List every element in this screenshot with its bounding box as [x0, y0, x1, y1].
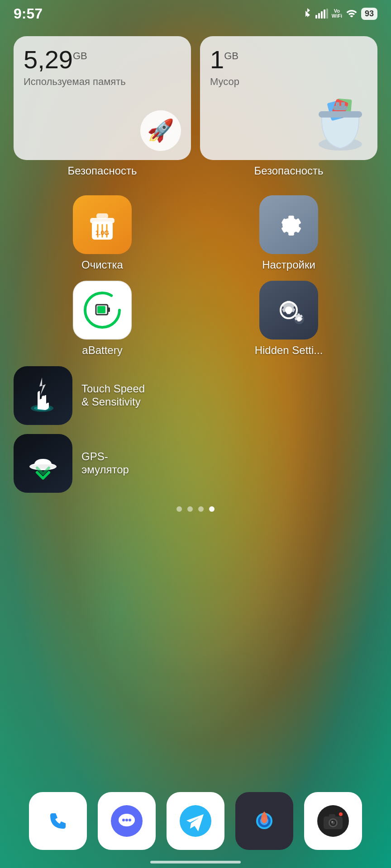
abattery-icon-svg: [80, 288, 125, 333]
home-indicator[interactable]: [150, 861, 241, 863]
dock-messages[interactable]: [98, 792, 156, 850]
abattery-icon: [73, 281, 132, 340]
status-time: 9:57: [14, 5, 43, 22]
cleaner-icon-svg: 1.0G: [82, 204, 123, 245]
svg-rect-4: [319, 111, 362, 118]
page-dot-2[interactable]: [187, 506, 193, 512]
rocket-icon: 🚀: [140, 110, 181, 151]
page-dot-3[interactable]: [198, 506, 204, 512]
widget-memory-label: Используемая память: [24, 76, 181, 88]
bluetooth-icon: [303, 7, 312, 20]
widget-memory-icon-area: 🚀: [24, 92, 181, 151]
svg-rect-18: [97, 306, 105, 313]
svg-point-27: [42, 805, 74, 837]
dock-telegram[interactable]: [167, 792, 224, 850]
app-gps-emulator[interactable]: GPS-эмулятор: [14, 434, 154, 493]
svg-point-31: [125, 819, 128, 821]
messages-icon: [98, 792, 156, 850]
touch-speed-icon-svg: [20, 373, 66, 418]
cleaner-icon: 1.0G: [73, 195, 132, 254]
svg-rect-5: [333, 106, 348, 110]
battery-level: 93: [365, 9, 374, 19]
memory-app-label: Безопасность: [67, 165, 137, 177]
widget-labels-row: Безопасность Безопасность: [14, 165, 377, 177]
dock-firefox[interactable]: [235, 792, 293, 850]
trash-widget[interactable]: 1GB Мусор: [200, 36, 377, 160]
trash-can-icon: [313, 92, 367, 151]
page-dots: [14, 506, 377, 512]
touch-speed-icon: [14, 366, 72, 425]
widget-trash-icon-area: [210, 92, 367, 151]
svg-rect-43: [329, 814, 335, 817]
app-abattery[interactable]: aBattery: [14, 281, 191, 357]
hidden-settings-icon: [259, 281, 318, 340]
battery-indicator: 93: [361, 8, 377, 20]
svg-point-26: [29, 464, 57, 469]
touch-speed-label: Touch Speed& Sensitivity: [81, 382, 145, 409]
widget-memory-value: 5,29GB Используемая память: [24, 47, 181, 88]
svg-point-30: [122, 819, 125, 821]
widget-trash-value: 1GB Мусор: [210, 47, 367, 88]
home-content: 5,29GB Используемая память 🚀 1GB Мусор: [0, 27, 391, 868]
apps-grid: 1.0G Очистка Настройки: [14, 195, 377, 357]
svg-rect-17: [108, 307, 110, 312]
hidden-settings-label: Hidden Setti...: [255, 344, 323, 357]
svg-text:1.0G: 1.0G: [95, 229, 109, 236]
page-dot-4[interactable]: [209, 506, 215, 512]
svg-point-44: [331, 821, 333, 823]
memory-widget-label: Безопасность: [14, 165, 191, 177]
wifi-icon: [346, 8, 358, 19]
settings-gear-icon: [271, 207, 307, 243]
firefox-icon: [235, 792, 293, 850]
svg-point-42: [339, 812, 343, 816]
single-apps-col: Touch Speed& Sensitivity GPS-эмулятор: [14, 366, 377, 493]
page-dot-1[interactable]: [176, 506, 182, 512]
gps-emulator-label: GPS-эмулятор: [81, 450, 154, 476]
memory-widget[interactable]: 5,29GB Используемая память 🚀: [14, 36, 191, 160]
svg-rect-10: [96, 213, 108, 219]
widget-trash-label: Мусор: [210, 76, 367, 88]
svg-point-32: [129, 819, 131, 821]
gps-emulator-icon-svg: [23, 443, 63, 484]
trash-widget-label: Безопасность: [200, 165, 377, 177]
settings-label: Настройки: [262, 259, 315, 272]
signal-icon: [315, 9, 328, 19]
cleaner-label: Очистка: [81, 259, 123, 272]
vowifi-icon: Vo WiFi: [332, 9, 342, 19]
widgets-row: 5,29GB Используемая память 🚀 1GB Мусор: [14, 36, 377, 160]
status-icons: Vo WiFi 93: [303, 7, 377, 20]
app-cleaner[interactable]: 1.0G Очистка: [14, 195, 191, 272]
hidden-settings-icon-svg: [268, 290, 309, 330]
gps-emulator-icon: [14, 434, 72, 493]
app-hidden-settings[interactable]: Hidden Setti...: [200, 281, 377, 357]
dock-camera[interactable]: [304, 792, 362, 850]
app-touch-speed[interactable]: Touch Speed& Sensitivity: [14, 366, 145, 425]
trash-app-label: Безопасность: [254, 165, 323, 177]
app-settings[interactable]: Настройки: [200, 195, 377, 272]
status-bar: 9:57 Vo WiFi 93: [0, 0, 391, 27]
svg-rect-6: [336, 102, 339, 108]
settings-icon: [259, 195, 318, 254]
dock-phone[interactable]: [29, 792, 87, 850]
abattery-label: aBattery: [82, 344, 122, 357]
telegram-icon: [167, 792, 224, 850]
phone-icon: [29, 792, 87, 850]
dock: [0, 792, 391, 850]
camera-icon: [304, 792, 362, 850]
svg-rect-7: [341, 102, 345, 108]
